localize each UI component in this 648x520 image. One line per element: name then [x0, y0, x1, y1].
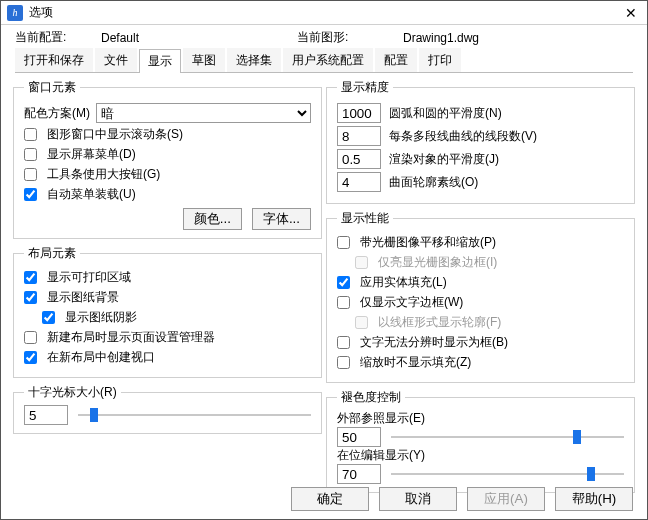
tab-selection[interactable]: 选择集 [227, 48, 281, 72]
slider-thumb[interactable] [573, 430, 581, 444]
group-display-precision: 显示精度 圆弧和圆的平滑度(N) 每条多段线曲线的线段数(V) 渲染对象的平滑度… [326, 79, 635, 204]
chk-text-frame-only[interactable] [337, 296, 350, 309]
inplace-fade-input[interactable] [337, 464, 381, 484]
chk-raster-pan[interactable] [337, 236, 350, 249]
chk-create-viewport[interactable] [24, 351, 37, 364]
chk-show-screen-menu[interactable] [24, 148, 37, 161]
dialog-buttons: 确定 取消 应用(A) 帮助(H) [291, 487, 633, 511]
tab-config[interactable]: 配置 [375, 48, 417, 72]
render-smooth-input[interactable] [337, 149, 381, 169]
tab-user-sys[interactable]: 用户系统配置 [283, 48, 373, 72]
chk-show-paper-shadow[interactable] [42, 311, 55, 324]
slider-track [391, 436, 624, 438]
chk-show-printable[interactable] [24, 271, 37, 284]
surface-iso-input[interactable] [337, 172, 381, 192]
chk-show-page-mgr[interactable] [24, 331, 37, 344]
group-layout-elements: 布局元素 显示可打印区域 显示图纸背景 显示图纸阴影 新建布局时显示页面设置管理… [13, 245, 322, 378]
group-fade-control: 褪色度控制 外部参照显示(E) 在位编辑显示(Y) [326, 389, 635, 493]
tab-print[interactable]: 打印 [419, 48, 461, 72]
lbl-large-toolbar-btns: 工具条使用大按钮(G) [47, 166, 160, 183]
lbl-auto-menu-load: 自动菜单装载(U) [47, 186, 136, 203]
lbl-create-viewport: 在新布局中创建视口 [47, 349, 155, 366]
xref-fade-slider[interactable] [391, 428, 624, 446]
tab-sketch[interactable]: 草图 [183, 48, 225, 72]
inplace-fade-slider[interactable] [391, 465, 624, 483]
ok-button[interactable]: 确定 [291, 487, 369, 511]
legend-display-precision: 显示精度 [337, 79, 393, 96]
legend-display-perf: 显示性能 [337, 210, 393, 227]
current-drawing-value: Drawing1.dwg [403, 31, 479, 45]
config-row: 当前配置: Default 当前图形: Drawing1.dwg [1, 25, 647, 48]
lbl-solid-fill: 应用实体填充(L) [360, 274, 447, 291]
lbl-highlight-raster-frame: 仅亮显光栅图象边框(I) [378, 254, 497, 271]
dialog-body: 窗口元素 配色方案(M) 暗 图形窗口中显示滚动条(S) 显示屏幕菜单(D) 工… [1, 73, 647, 505]
chk-text-as-box[interactable] [337, 336, 350, 349]
slider-thumb[interactable] [90, 408, 98, 422]
xref-fade-label: 外部参照显示(E) [337, 410, 624, 427]
crosshair-slider[interactable] [78, 406, 311, 424]
arc-smooth-label: 圆弧和圆的平滑度(N) [389, 105, 502, 122]
tab-bar: 打开和保存 文件 显示 草图 选择集 用户系统配置 配置 打印 [15, 48, 633, 73]
inplace-fade-label: 在位编辑显示(Y) [337, 447, 624, 464]
group-display-perf: 显示性能 带光栅图像平移和缩放(P) 仅亮显光栅图象边框(I) 应用实体填充(L… [326, 210, 635, 383]
chk-solid-fill[interactable] [337, 276, 350, 289]
lbl-show-screen-menu: 显示屏幕菜单(D) [47, 146, 136, 163]
left-column: 窗口元素 配色方案(M) 暗 图形窗口中显示滚动条(S) 显示屏幕菜单(D) 工… [13, 79, 322, 499]
slider-thumb[interactable] [587, 467, 595, 481]
lbl-show-scroll: 图形窗口中显示滚动条(S) [47, 126, 183, 143]
lbl-raster-pan: 带光栅图像平移和缩放(P) [360, 234, 496, 251]
xref-fade-input[interactable] [337, 427, 381, 447]
legend-crosshair: 十字光标大小(R) [24, 384, 121, 401]
tab-open-save[interactable]: 打开和保存 [15, 48, 93, 72]
poly-seg-label: 每条多段线曲线的线段数(V) [389, 128, 537, 145]
arc-smooth-input[interactable] [337, 103, 381, 123]
button-fonts[interactable]: 字体... [252, 208, 311, 230]
titlebar: h 选项 ✕ [1, 1, 647, 25]
help-button[interactable]: 帮助(H) [555, 487, 633, 511]
lbl-show-page-mgr: 新建布局时显示页面设置管理器 [47, 329, 215, 346]
tab-file[interactable]: 文件 [95, 48, 137, 72]
chk-wireframe-silhouette [355, 316, 368, 329]
lbl-show-paper-bg: 显示图纸背景 [47, 289, 119, 306]
cancel-button[interactable]: 取消 [379, 487, 457, 511]
lbl-text-as-box: 文字无法分辨时显示为框(B) [360, 334, 508, 351]
chk-show-paper-bg[interactable] [24, 291, 37, 304]
group-crosshair: 十字光标大小(R) [13, 384, 322, 434]
current-config-value: Default [101, 31, 291, 45]
options-dialog: h 选项 ✕ 当前配置: Default 当前图形: Drawing1.dwg … [0, 0, 648, 520]
chk-auto-menu-load[interactable] [24, 188, 37, 201]
lbl-show-printable: 显示可打印区域 [47, 269, 131, 286]
chk-highlight-raster-frame [355, 256, 368, 269]
surface-iso-label: 曲面轮廓素线(O) [389, 174, 478, 191]
apply-button[interactable]: 应用(A) [467, 487, 545, 511]
chk-show-scroll[interactable] [24, 128, 37, 141]
color-scheme-label: 配色方案(M) [24, 105, 90, 122]
current-drawing-label: 当前图形: [297, 29, 397, 46]
button-colors[interactable]: 颜色... [183, 208, 242, 230]
window-title: 选项 [29, 4, 621, 21]
legend-window-elements: 窗口元素 [24, 79, 80, 96]
lbl-no-fill-on-zoom: 缩放时不显示填充(Z) [360, 354, 471, 371]
color-scheme-select[interactable]: 暗 [96, 103, 311, 123]
crosshair-size-input[interactable] [24, 405, 68, 425]
legend-layout-elements: 布局元素 [24, 245, 80, 262]
right-column: 显示精度 圆弧和圆的平滑度(N) 每条多段线曲线的线段数(V) 渲染对象的平滑度… [326, 79, 635, 499]
lbl-show-paper-shadow: 显示图纸阴影 [65, 309, 137, 326]
slider-track [78, 414, 311, 416]
render-smooth-label: 渲染对象的平滑度(J) [389, 151, 499, 168]
chk-large-toolbar-btns[interactable] [24, 168, 37, 181]
lbl-text-frame-only: 仅显示文字边框(W) [360, 294, 463, 311]
lbl-wireframe-silhouette: 以线框形式显示轮廓(F) [378, 314, 501, 331]
chk-no-fill-on-zoom[interactable] [337, 356, 350, 369]
tab-display[interactable]: 显示 [139, 49, 181, 73]
close-icon[interactable]: ✕ [621, 5, 641, 21]
group-window-elements: 窗口元素 配色方案(M) 暗 图形窗口中显示滚动条(S) 显示屏幕菜单(D) 工… [13, 79, 322, 239]
poly-seg-input[interactable] [337, 126, 381, 146]
current-config-label: 当前配置: [15, 29, 95, 46]
app-icon: h [7, 5, 23, 21]
legend-fade-control: 褪色度控制 [337, 389, 405, 406]
